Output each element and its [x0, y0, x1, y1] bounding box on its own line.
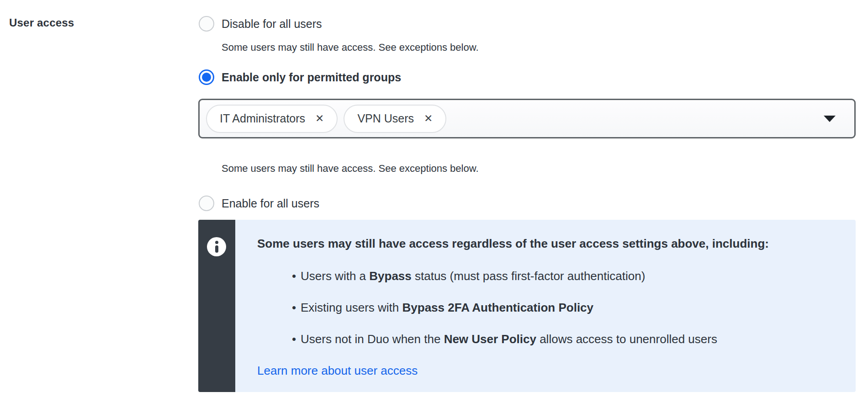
remove-tag-icon[interactable]: ✕ — [315, 113, 324, 124]
radio-option-label[interactable]: Disable for all users — [222, 17, 322, 31]
group-tag-label: VPN Users — [357, 112, 414, 125]
info-callout-content: Some users may still have access regardl… — [235, 220, 856, 392]
radio-option-label[interactable]: Enable for all users — [222, 197, 319, 210]
info-exception-list: Users with a Bypass status (must pass fi… — [257, 269, 837, 346]
radio-button-icon[interactable] — [199, 196, 214, 211]
helper-text: Some users may still have access. See ex… — [222, 42, 479, 53]
radio-dot — [202, 73, 211, 82]
radio-option-label[interactable]: Enable only for permitted groups — [222, 71, 401, 84]
radio-option-permitted-groups[interactable]: Enable only for permitted groups — [199, 69, 401, 85]
user-access-settings-panel: User access Disable for all users Some u… — [0, 0, 868, 403]
radio-button-icon[interactable] — [199, 16, 214, 32]
info-callout-sidebar — [198, 220, 235, 392]
group-tag-label: IT Administrators — [220, 112, 305, 125]
chevron-down-icon[interactable] — [824, 116, 836, 122]
info-callout: Some users may still have access regardl… — [198, 220, 856, 392]
learn-more-link[interactable]: Learn more about user access — [257, 364, 418, 378]
permitted-groups-select[interactable]: IT Administrators ✕ VPN Users ✕ — [198, 99, 856, 138]
info-list-item: Users with a Bypass status (must pass fi… — [257, 269, 837, 283]
info-icon-dot — [215, 241, 218, 244]
radio-option-disable-all[interactable]: Disable for all users — [199, 16, 322, 32]
user-access-label: User access — [9, 16, 74, 29]
group-tag: IT Administrators ✕ — [206, 105, 338, 133]
info-list-item: Users not in Duo when the New User Polic… — [257, 332, 837, 346]
group-tag: VPN Users ✕ — [344, 105, 446, 133]
remove-tag-icon[interactable]: ✕ — [424, 113, 433, 124]
info-heading: Some users may still have access regardl… — [257, 236, 837, 251]
radio-button-selected-icon[interactable] — [199, 69, 214, 85]
helper-text: Some users may still have access. See ex… — [222, 163, 479, 175]
selected-group-tags: IT Administrators ✕ VPN Users ✕ — [206, 105, 446, 133]
radio-option-enable-all[interactable]: Enable for all users — [199, 195, 319, 212]
info-icon-stem — [215, 245, 218, 253]
info-icon — [207, 237, 226, 256]
info-list-item: Existing users with Bypass 2FA Authentic… — [257, 301, 837, 315]
